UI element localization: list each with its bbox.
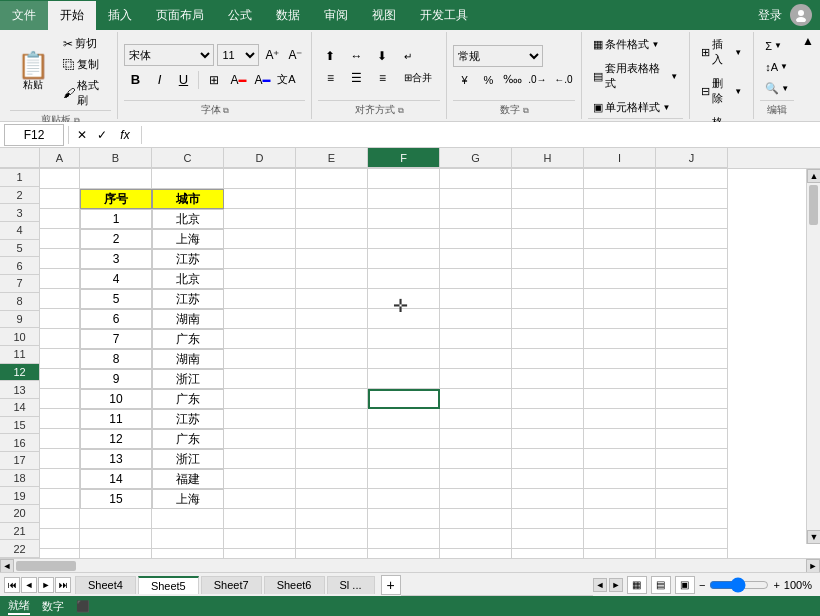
cell-A9[interactable]: [40, 329, 80, 349]
cell-J18[interactable]: [656, 509, 728, 529]
cell-D14[interactable]: [224, 429, 296, 449]
cell-I15[interactable]: [584, 449, 656, 469]
merge-button[interactable]: ⊞合并: [396, 68, 440, 88]
formula-input[interactable]: [142, 124, 820, 146]
cell-E16[interactable]: [296, 469, 368, 489]
cell-F20[interactable]: [368, 549, 440, 558]
cell-G1[interactable]: [440, 169, 512, 189]
cell-C3[interactable]: 北京: [152, 209, 224, 229]
cell-I12[interactable]: [584, 389, 656, 409]
cell-D12[interactable]: [224, 389, 296, 409]
ribbon-tab-文件[interactable]: 文件: [0, 1, 48, 30]
cell-J15[interactable]: [656, 449, 728, 469]
cell-F8[interactable]: [368, 309, 440, 329]
avatar-button[interactable]: [790, 4, 812, 26]
cell-G19[interactable]: [440, 529, 512, 549]
find-button[interactable]: 🔍▼: [760, 79, 794, 98]
cell-A8[interactable]: [40, 309, 80, 329]
wrap-text-button[interactable]: ↵: [396, 46, 420, 66]
row-num-6[interactable]: 6: [0, 257, 39, 275]
cell-J3[interactable]: [656, 209, 728, 229]
underline-button[interactable]: U: [172, 69, 194, 91]
cell-G6[interactable]: [440, 269, 512, 289]
cell-C20[interactable]: [152, 549, 224, 558]
row-num-18[interactable]: 18: [0, 470, 39, 488]
vertical-scrollbar[interactable]: ▲ ▼: [806, 169, 820, 544]
cell-I4[interactable]: [584, 229, 656, 249]
sheet-scroll-right[interactable]: ►: [609, 578, 623, 592]
sheet-tab-Sl...[interactable]: Sl ...: [327, 576, 375, 594]
col-header-D[interactable]: D: [224, 148, 296, 168]
cell-A12[interactable]: [40, 389, 80, 409]
tab-first-button[interactable]: ⏮: [4, 577, 20, 593]
cell-J4[interactable]: [656, 229, 728, 249]
cell-H4[interactable]: [512, 229, 584, 249]
cell-H1[interactable]: [512, 169, 584, 189]
cell-F16[interactable]: [368, 469, 440, 489]
cell-B12[interactable]: 10: [80, 389, 152, 409]
font-color-button[interactable]: A▬: [251, 69, 273, 91]
cell-D4[interactable]: [224, 229, 296, 249]
col-header-H[interactable]: H: [512, 148, 584, 168]
cell-D20[interactable]: [224, 549, 296, 558]
cell-H20[interactable]: [512, 549, 584, 558]
cell-H18[interactable]: [512, 509, 584, 529]
cell-D15[interactable]: [224, 449, 296, 469]
scroll-up-button[interactable]: ▲: [807, 169, 820, 183]
cell-A4[interactable]: [40, 229, 80, 249]
tab-next-button[interactable]: ►: [38, 577, 54, 593]
comma-button[interactable]: ‱: [501, 70, 523, 90]
cell-D17[interactable]: [224, 489, 296, 509]
cell-A15[interactable]: [40, 449, 80, 469]
cell-F3[interactable]: [368, 209, 440, 229]
cell-B17[interactable]: 15: [80, 489, 152, 509]
cell-G13[interactable]: [440, 409, 512, 429]
cell-C13[interactable]: 江苏: [152, 409, 224, 429]
scroll-right-button[interactable]: ►: [806, 559, 820, 573]
cell-D13[interactable]: [224, 409, 296, 429]
cell-A20[interactable]: [40, 549, 80, 558]
delete-button[interactable]: ⊟ 删除▼: [696, 73, 747, 109]
row-num-7[interactable]: 7: [0, 275, 39, 293]
cell-F9[interactable]: [368, 329, 440, 349]
cell-F7[interactable]: [368, 289, 440, 309]
increase-decimal-button[interactable]: .0→: [525, 70, 549, 90]
cell-F10[interactable]: [368, 349, 440, 369]
cell-C17[interactable]: 上海: [152, 489, 224, 509]
cell-F13[interactable]: [368, 409, 440, 429]
border-button[interactable]: ⊞: [203, 69, 225, 91]
col-header-J[interactable]: J: [656, 148, 728, 168]
ribbon-tab-开始[interactable]: 开始: [48, 1, 96, 30]
cell-J14[interactable]: [656, 429, 728, 449]
col-header-G[interactable]: G: [440, 148, 512, 168]
sum-button[interactable]: Σ▼: [760, 37, 794, 55]
cell-D5[interactable]: [224, 249, 296, 269]
cell-A19[interactable]: [40, 529, 80, 549]
cell-G7[interactable]: [440, 289, 512, 309]
decrease-font-button[interactable]: A⁻: [285, 45, 305, 65]
row-num-20[interactable]: 20: [0, 505, 39, 523]
cell-C10[interactable]: 湖南: [152, 349, 224, 369]
cell-H12[interactable]: [512, 389, 584, 409]
cell-style-button[interactable]: ▣ 单元格样式▼: [588, 97, 683, 118]
cell-E6[interactable]: [296, 269, 368, 289]
cell-G20[interactable]: [440, 549, 512, 558]
cut-button[interactable]: ✂ 剪切: [58, 34, 111, 53]
highlight-button[interactable]: 文A: [275, 69, 297, 91]
view-page-layout-button[interactable]: ▤: [651, 576, 671, 594]
cell-G3[interactable]: [440, 209, 512, 229]
ribbon-collapse-button[interactable]: ▲: [802, 34, 814, 48]
align-bottom-button[interactable]: ⬇: [370, 46, 394, 66]
cell-I20[interactable]: [584, 549, 656, 558]
cell-J5[interactable]: [656, 249, 728, 269]
cell-C15[interactable]: 浙江: [152, 449, 224, 469]
cell-J7[interactable]: [656, 289, 728, 309]
cell-H9[interactable]: [512, 329, 584, 349]
cell-B15[interactable]: 13: [80, 449, 152, 469]
cell-G4[interactable]: [440, 229, 512, 249]
cell-J19[interactable]: [656, 529, 728, 549]
row-num-4[interactable]: 4: [0, 222, 39, 240]
cell-D7[interactable]: [224, 289, 296, 309]
ribbon-tab-公式[interactable]: 公式: [216, 1, 264, 30]
cell-F19[interactable]: [368, 529, 440, 549]
